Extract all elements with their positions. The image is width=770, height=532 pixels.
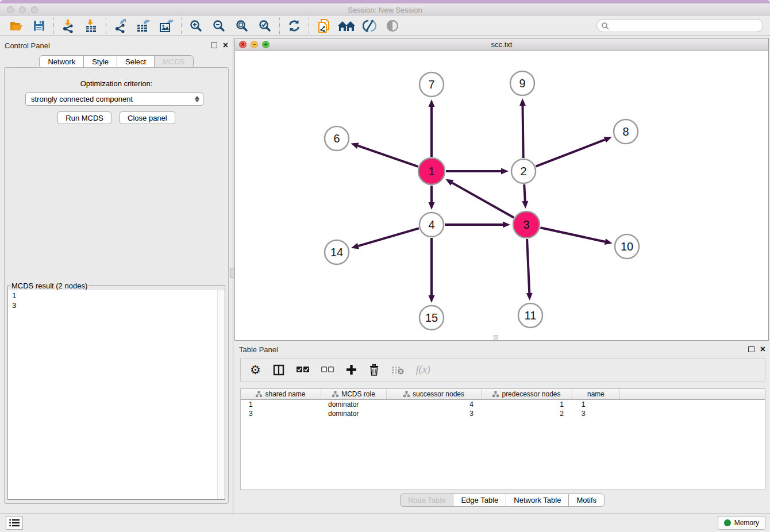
tab-style[interactable]: Style [83, 55, 117, 68]
control-panel: Control Panel × Network Style Select MCD… [0, 38, 233, 513]
column-header-mcds-role[interactable]: MCDS role [321, 389, 387, 399]
optimization-criterion-select[interactable]: strongly connected component [25, 92, 203, 106]
graph-node-label: 3 [523, 218, 529, 231]
close-panel-button[interactable]: Close panel [120, 111, 175, 124]
graph-edge[interactable] [452, 183, 514, 218]
table-cell[interactable]: 4 [387, 400, 482, 409]
add-row-icon[interactable] [346, 364, 357, 375]
graph-edge[interactable] [523, 106, 523, 158]
table-row[interactable]: 3dominator323 [241, 409, 765, 418]
zoom-fit-icon[interactable] [230, 17, 253, 34]
search-field[interactable] [596, 19, 763, 32]
tab-node-table[interactable]: Node Table [400, 494, 454, 507]
mcds-result-text[interactable]: 1 3 [8, 290, 225, 499]
tab-network[interactable]: Network [39, 55, 84, 68]
save-session-icon[interactable] [28, 17, 51, 34]
formula-fx-icon[interactable]: f(x) [416, 364, 430, 376]
table-cell[interactable]: 1 [241, 400, 321, 409]
tab-edge-table[interactable]: Edge Table [453, 494, 506, 507]
task-history-button[interactable] [6, 516, 23, 530]
column-header-shared-name[interactable]: shared name [241, 389, 321, 399]
float-panel-icon[interactable] [211, 43, 217, 48]
deselect-all-checkboxes-icon[interactable] [321, 367, 334, 373]
table-cell[interactable]: 3 [241, 409, 321, 418]
refresh-layout-icon[interactable] [283, 17, 306, 34]
application-window: Session: New Session [0, 0, 770, 532]
graph-edge[interactable] [536, 140, 605, 167]
network-canvas[interactable]: 7968124314101511 [235, 51, 768, 340]
export-network-icon[interactable] [109, 17, 132, 34]
home-layout-icon[interactable] [335, 17, 358, 34]
graph-edge[interactable] [524, 184, 525, 201]
graph-node-label: 9 [519, 77, 525, 90]
tab-motifs[interactable]: Motifs [568, 494, 605, 507]
zoom-selected-icon[interactable] [253, 17, 276, 34]
import-network-icon[interactable] [57, 17, 80, 34]
list-icon [9, 519, 20, 527]
table-options-gear-icon[interactable]: ⚙ [250, 363, 261, 377]
column-header-predecessor-nodes[interactable]: predecessor nodes [482, 389, 572, 399]
hierarchy-icon [492, 391, 499, 397]
show-hide-style-icon[interactable] [358, 17, 381, 34]
close-table-panel-icon[interactable]: × [760, 346, 765, 352]
canvas-scroll-handle[interactable] [494, 335, 498, 340]
clone-network-icon[interactable] [312, 17, 335, 34]
main-toolbar [0, 16, 770, 36]
column-header-successor-nodes[interactable]: successor nodes [387, 389, 482, 399]
open-session-icon[interactable] [5, 17, 28, 34]
hierarchy-icon [332, 391, 338, 397]
network-graph[interactable]: 7968124314101511 [235, 51, 768, 340]
tab-mcds[interactable]: MCDS [154, 55, 193, 68]
table-cell[interactable]: 1 [572, 400, 620, 409]
graph-edge[interactable] [358, 228, 418, 246]
toolbar-separator [181, 18, 182, 34]
delete-row-icon[interactable] [369, 364, 379, 376]
table-cell[interactable]: 3 [387, 409, 482, 418]
graph-edge[interactable] [527, 239, 529, 293]
edge-arrowhead [429, 202, 435, 210]
table-tabs: Node Table Edge Table Network Table Moti… [234, 494, 770, 507]
show-columns-icon[interactable] [273, 364, 284, 376]
float-table-panel-icon[interactable] [748, 346, 754, 352]
window-title: Session: New Session [0, 6, 770, 14]
zoom-out-icon[interactable] [207, 17, 230, 34]
result-scrollbar[interactable] [217, 290, 225, 499]
edge-arrowhead [519, 98, 526, 106]
select-all-checkboxes-icon[interactable] [297, 367, 309, 373]
export-table-icon[interactable] [132, 17, 155, 34]
table-cell[interactable]: dominator [321, 409, 387, 418]
network-window-title: scc.txt [235, 40, 768, 49]
table-row[interactable]: 1dominator411 [241, 400, 765, 409]
table-cell[interactable]: 2 [482, 409, 572, 418]
table-cell[interactable]: 1 [482, 400, 572, 409]
column-header-name[interactable]: name [572, 389, 620, 399]
run-mcds-button[interactable]: Run MCDS [57, 111, 111, 124]
export-image-icon[interactable] [155, 17, 178, 34]
network-window-titlebar: × – + scc.txt [235, 38, 768, 51]
graph-edge[interactable] [540, 228, 605, 241]
tab-network-table[interactable]: Network Table [506, 494, 569, 507]
close-panel-icon[interactable]: × [223, 43, 228, 48]
memory-button[interactable]: Memory [718, 516, 765, 530]
show-hide-graphics-icon[interactable] [381, 17, 404, 34]
toolbar-separator [106, 18, 106, 34]
search-input[interactable] [611, 21, 763, 31]
import-table-icon[interactable] [80, 17, 103, 34]
optimization-criterion-value: strongly connected component [31, 95, 133, 103]
edge-arrowhead [429, 99, 435, 107]
graph-node-label: 11 [525, 309, 537, 322]
zoom-in-icon[interactable] [184, 17, 207, 34]
mcds-result-fieldset: MCDS result (2 nodes) 1 3 [7, 282, 225, 500]
tab-select[interactable]: Select [117, 55, 155, 68]
edge-arrowhead [501, 168, 509, 175]
edge-arrowhead [522, 201, 528, 209]
table-cell[interactable]: 3 [572, 409, 620, 418]
hierarchy-icon [403, 391, 410, 397]
select-stepper-icon [195, 96, 199, 102]
table-cell[interactable]: dominator [321, 400, 387, 409]
delete-table-icon[interactable] [391, 365, 404, 375]
table-body: 1dominator4113dominator323 [241, 400, 765, 418]
graph-edge[interactable] [358, 146, 418, 167]
table-panel: Table Panel × ⚙ f(x) [234, 342, 770, 511]
toolbar-separator [309, 18, 309, 34]
